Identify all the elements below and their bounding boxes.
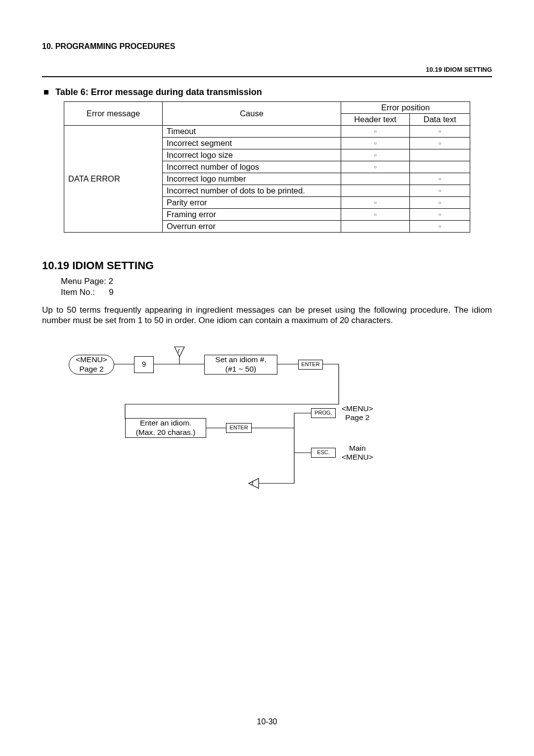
menu-page-label: Menu Page: [61, 277, 106, 286]
cell-cause: Incorrect number of logos [163, 161, 341, 173]
node-enter-2: ENTER [226, 423, 252, 433]
col-header-text: Header text [341, 114, 410, 126]
cell-cause: Incorrect segment [163, 138, 341, 149]
cell-header-text: ○ [341, 126, 410, 138]
error-table: Error message Cause Error position Heade… [64, 101, 470, 233]
menu-page2: Page 2 [79, 365, 103, 374]
cell-cause: Timeout [163, 126, 341, 138]
cell-header-text: ○ [341, 197, 410, 209]
menu-label: <MENU> [76, 355, 107, 365]
cell-data-text: ○ [410, 138, 470, 149]
svg-marker-7 [249, 478, 259, 488]
cell-header-text [341, 185, 410, 197]
prog: PROG. [314, 410, 332, 416]
cell-error-message: DATA ERROR [64, 126, 163, 233]
page: 10. PROGRAMMING PROCEDURES 10.19 IDIOM S… [0, 0, 534, 756]
section-heading: 10.19 IDIOM SETTING [42, 259, 492, 272]
cell-header-text [341, 221, 410, 233]
node-nine: 9 [134, 356, 154, 373]
cell-data-text: ○ [410, 197, 470, 209]
cell-cause: Parity error [163, 197, 341, 209]
cell-header-text [341, 173, 410, 185]
chapter-header: 10. PROGRAMMING PROCEDURES [42, 42, 492, 51]
cell-header-text: ○ [341, 209, 410, 221]
header-rule [42, 76, 492, 77]
main-a: Main [349, 444, 366, 452]
set-idiom-l2: (#1 ~ 50) [225, 365, 256, 374]
item-no-line: Item No.: 9 [61, 287, 492, 298]
node-esc: ESC. [311, 448, 336, 458]
label-menu-page2-out: <MENU> Page 2 [342, 404, 373, 423]
menu2-a: <MENU> [342, 404, 373, 413]
main-b: <MENU> [342, 453, 373, 461]
node-enter-1: ENTER [298, 360, 323, 370]
node-menu-page2-start: <MENU> Page 2 [69, 355, 114, 375]
section-paragraph: Up to 50 terms frequently appearing in i… [42, 305, 492, 326]
subsection-header: 10.19 IDIOM SETTING [42, 66, 492, 73]
cell-data-text: ○ [410, 221, 470, 233]
cell-data-text: ○ [410, 209, 470, 221]
item-no-label: Item No.: [61, 287, 95, 297]
cell-cause: Incorrect logo number [163, 173, 341, 185]
set-idiom-l1: Set an idiom #. [215, 355, 266, 365]
flow-diagram: r r <MENU> Page 2 9 Set an idiom #. (#1 … [62, 340, 492, 498]
label-main-menu-out: Main <MENU> [342, 444, 373, 462]
cell-cause: Incorrect logo size [163, 149, 341, 161]
enter-idiom-l1: Enter an idiom. [140, 419, 191, 428]
cell-data-text: ○ [410, 173, 470, 185]
col-cause: Cause [163, 102, 341, 126]
col-error-position: Error position [341, 102, 470, 114]
node-prog: PROG. [311, 408, 336, 418]
square-bullet-icon [44, 90, 48, 94]
cell-data-text: ○ [410, 126, 470, 138]
item-no-value: 9 [109, 287, 113, 297]
table-row: DATA ERRORTimeout○○ [64, 126, 470, 138]
cell-header-text: ○ [341, 138, 410, 149]
table-caption-text: Table 6: Error message during data trans… [55, 87, 262, 97]
ref-marker-bottom: r [252, 480, 254, 487]
cell-cause: Framing error [163, 209, 341, 221]
col-data-text: Data text [410, 114, 470, 126]
cell-data-text [410, 149, 470, 161]
node-enter-idiom: Enter an idiom. (Max. 20 charas.) [125, 418, 206, 438]
node-set-idiom: Set an idiom #. (#1 ~ 50) [204, 355, 277, 375]
menu2-b: Page 2 [345, 413, 369, 422]
cell-header-text: ○ [341, 149, 410, 161]
ref-marker-top: r [178, 347, 180, 354]
cell-cause: Overrun error [163, 221, 341, 233]
table-caption: Table 6: Error message during data trans… [44, 87, 492, 97]
page-number: 10-30 [0, 717, 534, 726]
esc: ESC. [317, 449, 330, 456]
nine: 9 [142, 360, 146, 369]
cell-cause: Incorrect number of dots to be printed. [163, 185, 341, 197]
enter-1: ENTER [301, 361, 319, 368]
col-error-message: Error message [64, 102, 163, 126]
cell-data-text: ○ [410, 185, 470, 197]
menu-page-line: Menu Page: 2 [61, 276, 492, 287]
enter-idiom-l2: (Max. 20 charas.) [136, 428, 196, 437]
cell-header-text: ○ [341, 161, 410, 173]
enter-2: ENTER [229, 425, 248, 431]
menu-page-value: 2 [108, 277, 113, 286]
cell-data-text [410, 161, 470, 173]
